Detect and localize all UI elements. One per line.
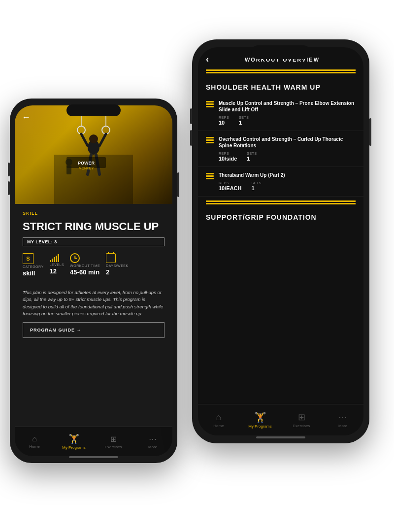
- phone2-screen: ‹ WORKOUT OVERVIEW SHOULDER HEALTH WARM …: [198, 47, 363, 435]
- phone2-bottom-nav: ⌂ Home 🏋 My Programs ⊞ Exercises ⋯ More: [198, 404, 363, 435]
- reps-item-1: REPS 10: [219, 116, 229, 126]
- more-icon: ⋯: [338, 412, 347, 423]
- reps-value-3: 10/EACH: [219, 185, 241, 191]
- stripe-top: [206, 69, 356, 71]
- workout-description: This plan is designed for athletes at ev…: [23, 289, 164, 317]
- exercises-icon: ⊞: [298, 412, 305, 423]
- gold-stripe-decoration: [206, 69, 356, 73]
- phone1-bottom-nav: ⌂ Home 🏋 My Programs ⊞ Exercises ⋯ More: [15, 427, 172, 456]
- phone2-frame: ‹ WORKOUT OVERVIEW SHOULDER HEALTH WARM …: [192, 39, 369, 443]
- more-icon: ⋯: [149, 434, 157, 444]
- sets-label-2: SETS: [247, 152, 257, 155]
- exercise-details-3: Theraband Warm Up (Part 2) REPS 10/EACH …: [219, 172, 356, 191]
- svg-line-7: [81, 134, 88, 146]
- stat-levels: LEVELS 12: [50, 253, 64, 277]
- sets-item-2: SETS 1: [247, 152, 257, 162]
- exercise-icon-3: [206, 172, 214, 179]
- power-button: [177, 172, 179, 197]
- more-label: More: [338, 424, 347, 428]
- reps-label-2: REPS: [219, 152, 237, 155]
- home-icon: ⌂: [216, 412, 222, 423]
- skill-label: SKILL: [23, 211, 164, 216]
- sets-value-3: 1: [251, 185, 261, 191]
- reps-label-3: REPS: [219, 181, 241, 185]
- nav-exercises[interactable]: ⊞ Exercises: [281, 404, 322, 435]
- reps-value-2: 10/side: [219, 156, 237, 162]
- exercise-name-1: Muscle Up Control and Strength – Prone E…: [219, 100, 356, 113]
- reps-item-2: REPS 10/side: [219, 152, 237, 162]
- nav-my-programs[interactable]: 🏋 My Programs: [239, 404, 281, 435]
- reps-item-3: REPS 10/EACH: [219, 181, 241, 191]
- sets-item-3: SETS 1: [251, 181, 261, 191]
- nav-more[interactable]: ⋯ More: [133, 427, 172, 456]
- svg-text:MONKEY: MONKEY: [79, 166, 94, 170]
- section-stripe-1: [206, 200, 356, 202]
- exercise-details-2: Overhead Control and Strength – Curled U…: [219, 136, 356, 162]
- phone1-body: SKILL Strict Ring Muscle Up MY LEVEL: 3 …: [15, 204, 172, 427]
- phone1-frame: ←: [10, 99, 177, 463]
- svg-text:POWER: POWER: [78, 161, 95, 166]
- back-button[interactable]: ←: [22, 112, 31, 123]
- category-value: skill: [23, 269, 35, 277]
- workout-time-label: WORKOUT TIME: [70, 264, 100, 267]
- vol-down-button: [8, 181, 10, 195]
- more-label: More: [148, 445, 157, 449]
- phone1-content: ←: [15, 105, 172, 456]
- svg-point-6: [89, 134, 98, 143]
- nav-more[interactable]: ⋯ More: [322, 404, 363, 435]
- levels-label: LEVELS: [50, 263, 64, 266]
- levels-value: 12: [50, 267, 57, 275]
- stripe-bottom: [206, 72, 356, 73]
- vol-up-button: [190, 108, 192, 124]
- category-label: CATEGORY: [23, 265, 44, 268]
- exercises-icon: ⊞: [110, 434, 117, 444]
- exercise-item-3[interactable]: Theraband Warm Up (Part 2) REPS 10/EACH …: [198, 167, 363, 197]
- levels-icon: [50, 253, 59, 262]
- sets-label-1: SETS: [239, 116, 249, 119]
- home-label: Home: [213, 424, 224, 428]
- nav-exercises[interactable]: ⊞ Exercises: [94, 427, 133, 456]
- exercise-name-3: Theraband Warm Up (Part 2): [219, 172, 356, 178]
- athlete-illustration: POWER MONKEY: [54, 115, 133, 204]
- calendar-icon: [106, 253, 116, 263]
- exercises-label: Exercises: [105, 445, 122, 449]
- nav-home[interactable]: ⌂ Home: [15, 427, 54, 456]
- svg-point-14: [66, 159, 72, 166]
- stat-workout-time: WORKOUT TIME 45-60 min: [70, 253, 100, 277]
- nav-my-programs[interactable]: 🏋 My Programs: [54, 427, 94, 456]
- vol-up-button: [8, 163, 10, 176]
- svg-rect-15: [66, 166, 71, 174]
- exercise-details-1: Muscle Up Control and Strength – Prone E…: [219, 100, 356, 126]
- stat-days-week: DAYS/WEEK 2: [106, 253, 129, 277]
- home-indicator: [256, 436, 305, 438]
- phone1-screen: ←: [15, 105, 172, 456]
- exercise-name-2: Overhead Control and Strength – Curled U…: [219, 136, 356, 149]
- reps-label-1: REPS: [219, 116, 229, 119]
- exercise-item-2[interactable]: Overhead Control and Strength – Curled U…: [198, 131, 363, 167]
- exercise-item-1[interactable]: Muscle Up Control and Strength – Prone E…: [198, 95, 363, 131]
- sets-label-3: SETS: [251, 181, 261, 185]
- days-week-label: DAYS/WEEK: [106, 264, 129, 267]
- hero-image: ←: [15, 105, 172, 204]
- section-stripe-2: [206, 203, 356, 204]
- exercises-list: Muscle Up Control and Strength – Prone E…: [198, 95, 363, 404]
- nav-home[interactable]: ⌂ Home: [198, 404, 239, 435]
- exercise-icon-1: [206, 100, 214, 107]
- stats-row: S CATEGORY skill LEVELS: [23, 253, 164, 277]
- program-guide-button[interactable]: PROGRAM GUIDE →: [23, 322, 164, 338]
- level-badge[interactable]: MY LEVEL: 3: [23, 237, 164, 246]
- workout-time-value: 45-60 min: [70, 268, 99, 276]
- section1-title: SHOULDER HEALTH WARM UP: [198, 78, 363, 95]
- my-programs-icon: 🏋: [68, 433, 79, 444]
- divider: [23, 283, 164, 283]
- exercise-meta-2: REPS 10/side SETS 1: [219, 152, 356, 162]
- phone2-content: ‹ WORKOUT OVERVIEW SHOULDER HEALTH WARM …: [198, 47, 363, 435]
- my-programs-label: My Programs: [248, 424, 272, 429]
- exercise-meta-3: REPS 10/EACH SETS 1: [219, 181, 356, 191]
- phone-notch: [251, 45, 310, 59]
- clock-icon: [70, 253, 80, 263]
- home-label: Home: [29, 444, 39, 449]
- stat-category: S CATEGORY skill: [23, 253, 44, 277]
- days-week-value: 2: [106, 268, 109, 276]
- home-indicator: [69, 456, 118, 458]
